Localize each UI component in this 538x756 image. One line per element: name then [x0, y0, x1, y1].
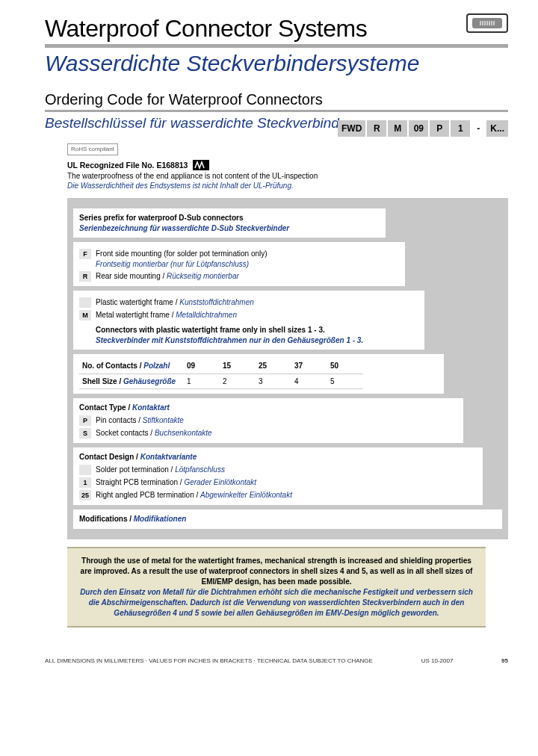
cdesign-de: Kontaktvariante [140, 453, 197, 461]
footer-mid: US 10-2007 [421, 657, 454, 664]
ctype-de: Kontaktart [132, 403, 170, 412]
cd-2-de: Gerader Einlötkontakt [184, 478, 256, 486]
rule [45, 110, 508, 112]
code-1: 1 [451, 120, 470, 137]
s-3: 3 [256, 374, 291, 390]
row-mounting: FFront side mounting (for solder pot ter… [73, 242, 405, 286]
frame-note-de: Steckverbinder mit Kunststoffdichtrahmen… [96, 336, 363, 344]
key-blank [79, 297, 91, 308]
page-number: 95 [501, 657, 508, 664]
cd-3-en: Right angled PCB termination / [96, 491, 200, 499]
mods-en: Modifications / [79, 515, 134, 523]
key-p: P [79, 415, 91, 426]
code-dash: - [471, 120, 485, 137]
c-50: 50 [327, 359, 363, 374]
ctype-p-de: Stiftkontakte [143, 416, 184, 424]
note-en: Through the use of metal for the waterti… [81, 557, 473, 586]
ul-logo-icon [193, 160, 209, 170]
cd-2-en: Straight PCB termination / [96, 478, 184, 486]
code-09: 09 [409, 120, 428, 137]
shell-en: Shell Size / [82, 377, 123, 385]
key-s: S [79, 428, 91, 439]
key-blank2 [79, 465, 91, 475]
key-1: 1 [79, 477, 91, 488]
row-frame: Plastic watertight frame / Kunststoffdic… [73, 291, 424, 350]
footer: ALL DIMENSIONS IN MILLIMETERS · VALUES F… [0, 635, 538, 670]
row-contacts: No. of Contacts / Polzahl 09 15 25 37 50… [73, 354, 444, 394]
ul-block: RoHS compliant UL Recognized File No. E1… [67, 143, 508, 190]
series-de: Serienbezeichnung für wasserdichte D-Sub… [79, 224, 289, 232]
frame-m-en: Metal watertight frame / [96, 311, 176, 319]
c-25: 25 [256, 359, 291, 374]
shell-de: Gehäusegröße [123, 377, 176, 385]
rohs-badge: RoHS compliant [67, 143, 118, 155]
c-15: 15 [220, 359, 256, 374]
key-25: 25 [79, 490, 91, 501]
ctype-s-en: Socket contacts / [96, 429, 155, 437]
code-fwd: FWD [338, 120, 365, 137]
ctype-p-en: Pin contacts / [96, 416, 143, 424]
footer-left: ALL DIMENSIONS IN MILLIMETERS · VALUES F… [45, 657, 373, 664]
ul-note-en: The waterproofness of the end appliance … [67, 172, 318, 180]
row-contact-design: Contact Design / Kontaktvariante Solder … [73, 447, 483, 505]
code-boxes: FWD R M 09 P 1 - K... [338, 120, 508, 137]
row-series: Series prefix for waterproof D-Sub conne… [73, 208, 386, 238]
key-r: R [79, 271, 91, 282]
ul-note-de: Die Wasserdichtheit des Endsystems ist n… [67, 182, 294, 190]
row-contact-type: Contact Type / Kontaktart PPin contacts … [73, 398, 463, 443]
series-en: Series prefix for waterproof D-Sub conne… [79, 214, 244, 222]
note-box: Through the use of metal for the waterti… [67, 547, 486, 628]
mods-de: Modifikationen [134, 515, 187, 523]
note-de: Durch den Einsatz von Metall für die Dic… [80, 588, 473, 617]
code-r: R [367, 120, 386, 137]
title-en: Waterproof Connector Systems [45, 15, 508, 43]
ctype-s-de: Buchsenkontakte [155, 429, 212, 437]
s-1: 1 [184, 374, 220, 390]
cd-1-en: Solder pot termination / [96, 465, 175, 474]
frame-m-de: Metalldichtrahmen [176, 311, 237, 319]
code-tree: Series prefix for waterproof D-Sub conne… [67, 198, 508, 539]
code-m: M [388, 120, 407, 137]
c-37: 37 [291, 359, 327, 374]
rule [45, 44, 508, 48]
cdesign-en: Contact Design / [79, 453, 140, 461]
frame-p-en: Plastic watertight frame / [96, 298, 179, 306]
mount-f-en: Front side mounting (for solder pot term… [96, 250, 268, 258]
contacts-en: No. of Contacts / [82, 362, 143, 370]
c-09: 09 [184, 359, 220, 374]
cd-1-de: Lötpfanschluss [175, 465, 225, 474]
mount-r-en: Rear side mounting / [96, 272, 167, 280]
frame-p-de: Kunststoffdichtrahmen [179, 298, 254, 306]
contacts-de: Polzahl [143, 362, 170, 370]
key-f: F [79, 249, 91, 259]
mount-r-de: Rückseitig montierbar [167, 272, 239, 280]
s-4: 4 [291, 374, 327, 390]
cd-3-de: Abgewinkelter Einlötkontakt [200, 491, 292, 499]
key-m: M [79, 310, 91, 320]
row-modifications: Modifications / Modifikationen [73, 509, 502, 529]
s-2: 2 [220, 374, 256, 390]
mount-f-de: Frontseitig montierbar (nur für Lötpfans… [96, 260, 249, 268]
frame-note-en: Connectors with plastic watertight frame… [96, 326, 325, 334]
code-k: K... [486, 120, 508, 137]
ul-file-no: UL Recognized File No. E168813 [67, 161, 188, 170]
ctype-en: Contact Type / [79, 403, 132, 412]
code-p: P [430, 120, 449, 137]
s-5: 5 [327, 374, 363, 390]
section-en: Ordering Code for Waterproof Connectors [45, 91, 508, 108]
connector-icon [466, 13, 508, 33]
title-de: Wasserdichte Steckverbindersysteme [45, 51, 508, 76]
